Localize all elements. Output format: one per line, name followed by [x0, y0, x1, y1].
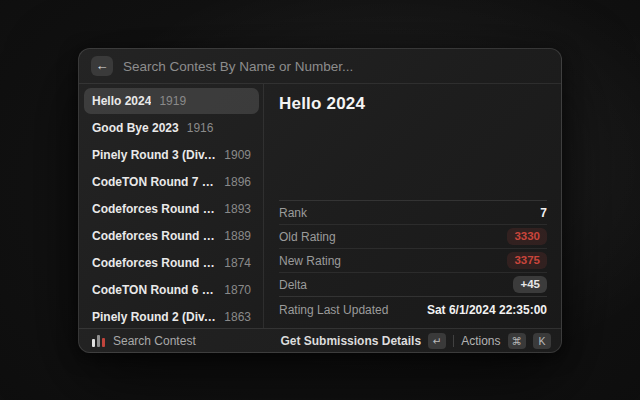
meta-row-delta: Delta +45	[279, 272, 547, 296]
desktop-background: ← Hello 2024 1919 Good Bye 2023 1916 Pin…	[0, 0, 640, 400]
contest-name: Hello 2024	[92, 94, 151, 108]
command-palette-window: ← Hello 2024 1919 Good Bye 2023 1916 Pin…	[78, 48, 562, 353]
delta-badge: +45	[513, 276, 547, 293]
meta-label: Old Rating	[279, 230, 336, 244]
contest-name: Pinely Round 2 (Div. 1 + Div. 2)	[92, 310, 216, 324]
meta-label: Rating Last Updated	[279, 303, 388, 317]
contest-name: Good Bye 2023	[92, 121, 179, 135]
list-item-codeton-round-7[interactable]: CodeTON Round 7 (Div. 1 + Di… 1896	[84, 169, 259, 195]
return-key-icon: ↵	[428, 333, 446, 349]
primary-action-label: Get Submissions Details	[280, 334, 421, 348]
list-item-good-bye-2023[interactable]: Good Bye 2023 1916	[84, 115, 259, 141]
new-rating-badge: 3375	[507, 252, 547, 269]
contest-number: 1893	[224, 202, 251, 216]
list-item-codeforces-round-908[interactable]: Codeforces Round 908 (Div. 1) 1893	[84, 196, 259, 222]
k-key-icon: K	[533, 333, 551, 349]
action-bar-right: Get Submissions Details ↵ Actions ⌘ K	[280, 333, 551, 349]
list-item-pinely-round-2[interactable]: Pinely Round 2 (Div. 1 + Div. 2) 1863	[84, 304, 259, 330]
contest-number: 1896	[224, 175, 251, 189]
rating-updated-value: Sat 6/1/2024 22:35:00	[427, 303, 547, 317]
contest-name: Pinely Round 3 (Div. 1 + Div. 2)	[92, 148, 216, 162]
back-arrow-icon: ←	[96, 56, 109, 76]
meta-row-new-rating: New Rating 3375	[279, 248, 547, 272]
contest-number: 1916	[187, 121, 214, 135]
contest-number: 1889	[224, 229, 251, 243]
contest-name: CodeTON Round 7 (Div. 1 + Di…	[92, 175, 216, 189]
search-input[interactable]	[123, 59, 549, 74]
meta-label: New Rating	[279, 254, 341, 268]
action-bar: Search Contest Get Submissions Details ↵…	[79, 328, 561, 352]
contest-number: 1919	[159, 94, 186, 108]
command-title: Search Contest	[113, 334, 196, 348]
codeforces-logo-icon	[92, 335, 105, 347]
footer-divider	[453, 335, 454, 347]
contest-list: Hello 2024 1919 Good Bye 2023 1916 Pinel…	[79, 84, 264, 328]
meta-row-rating-last-updated: Rating Last Updated Sat 6/1/2024 22:35:0…	[279, 296, 547, 322]
list-item-codeforces-round-901[interactable]: Codeforces Round 901 (Div. 1) 1874	[84, 250, 259, 276]
meta-row-rank: Rank 7	[279, 200, 547, 224]
contest-number: 1870	[224, 283, 251, 297]
contest-name: CodeTON Round 6 (Div. 1 + Di…	[92, 283, 216, 297]
list-item-pinely-round-3[interactable]: Pinely Round 3 (Div. 1 + Div. 2) 1909	[84, 142, 259, 168]
meta-row-old-rating: Old Rating 3330	[279, 224, 547, 248]
meta-label: Rank	[279, 206, 307, 220]
content-area: Hello 2024 1919 Good Bye 2023 1916 Pinel…	[79, 84, 561, 328]
contest-number: 1909	[224, 148, 251, 162]
list-item-codeforces-round-906[interactable]: Codeforces Round 906 (Div. 1) 1889	[84, 223, 259, 249]
detail-title: Hello 2024	[279, 94, 547, 114]
meta-value: 7	[540, 206, 547, 220]
list-item-codeton-round-6[interactable]: CodeTON Round 6 (Div. 1 + Di… 1870	[84, 277, 259, 303]
meta-label: Delta	[279, 278, 307, 292]
contest-number: 1874	[224, 256, 251, 270]
contest-name: Codeforces Round 901 (Div. 1)	[92, 256, 216, 270]
actions-menu-button[interactable]: Actions ⌘ K	[461, 333, 551, 349]
get-submissions-details-button[interactable]: Get Submissions Details ↵	[280, 333, 446, 349]
actions-label: Actions	[461, 334, 500, 348]
detail-panel: Hello 2024 Rank 7 Old Rating 3330 New Ra…	[264, 84, 561, 328]
detail-spacer	[279, 114, 547, 200]
contest-name: Codeforces Round 908 (Div. 1)	[92, 202, 216, 216]
back-button[interactable]: ←	[91, 56, 113, 76]
metadata-list: Rank 7 Old Rating 3330 New Rating 3375 D…	[279, 200, 547, 322]
contest-name: Codeforces Round 906 (Div. 1)	[92, 229, 216, 243]
old-rating-badge: 3330	[507, 228, 547, 245]
contest-number: 1863	[224, 310, 251, 324]
search-bar: ←	[79, 49, 561, 84]
list-item-hello-2024[interactable]: Hello 2024 1919	[84, 88, 259, 114]
command-key-icon: ⌘	[508, 333, 527, 349]
